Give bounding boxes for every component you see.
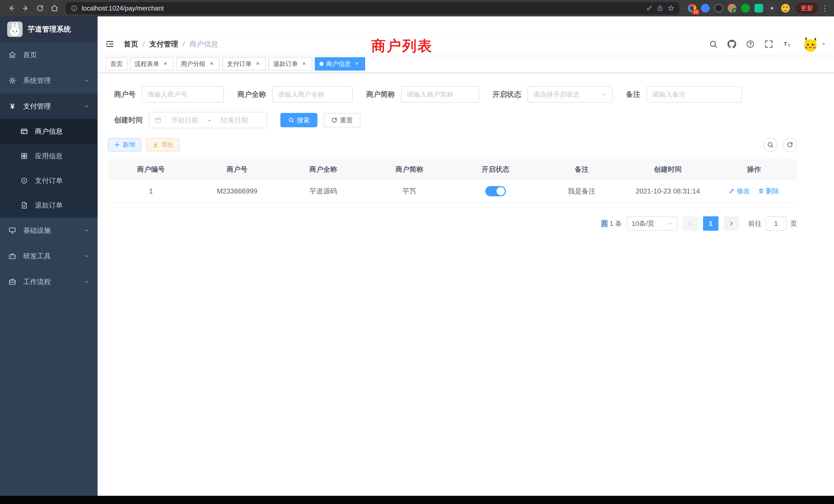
page-size-select[interactable]: 10条/页 <box>627 216 677 231</box>
sidebar-item-system[interactable]: 系统管理 <box>0 68 97 93</box>
github-icon[interactable] <box>727 39 737 49</box>
fullscreen-icon[interactable] <box>764 39 774 49</box>
status-toggle[interactable] <box>485 186 506 196</box>
extensions-icon[interactable]: 10 <box>688 4 696 13</box>
tab-merchant-info[interactable]: 商户信息 × <box>315 57 365 71</box>
font-size-icon[interactable]: TT <box>782 39 792 49</box>
tab-home[interactable]: 首页 <box>106 57 127 71</box>
extension-blue-icon[interactable] <box>701 4 710 13</box>
extension-dark-icon[interactable] <box>714 4 723 13</box>
logo-avatar <box>7 22 23 37</box>
tab-refund-orders[interactable]: 退款订单 × <box>269 57 312 71</box>
browser-update-button[interactable]: 更新 <box>795 2 818 14</box>
filter-label: 商户全称 <box>237 90 266 99</box>
svg-text:T: T <box>788 43 790 47</box>
extension-smiley-icon[interactable] <box>781 4 790 13</box>
full-name-field[interactable] <box>278 91 347 98</box>
payment-submenu: 商户信息 应用信息 支付订单 退款订单 <box>0 119 97 217</box>
address-bar[interactable]: localhost:1024/pay/merchant <box>66 2 679 14</box>
screen: localhost:1024/pay/merchant 10 ✦ 更新 ⋮ <box>0 0 834 504</box>
sidebar-item-app-info[interactable]: 应用信息 <box>0 144 97 168</box>
close-icon[interactable]: × <box>353 60 360 68</box>
merchant-no-input[interactable] <box>142 86 224 102</box>
browser-home-icon[interactable] <box>48 2 61 14</box>
remark-field[interactable] <box>652 91 737 98</box>
merchant-table: 商户编号 商户号 商户全称 商户简称 开启状态 备注 创建时间 操作 1 M23… <box>108 159 797 203</box>
extension-square-icon[interactable] <box>754 4 763 13</box>
tab-label: 商户信息 <box>326 60 351 68</box>
close-icon[interactable]: × <box>162 60 169 68</box>
sidebar-item-merchant-info[interactable]: 商户信息 <box>0 119 97 144</box>
chevron-down-icon <box>601 92 607 97</box>
delete-link[interactable]: 删除 <box>758 187 779 196</box>
breadcrumb-home[interactable]: 首页 <box>124 39 138 49</box>
reset-button[interactable]: 重置 <box>324 113 360 127</box>
next-page-button[interactable] <box>724 216 739 231</box>
breadcrumb-payment[interactable]: 支付管理 <box>150 39 178 49</box>
sidebar-item-payment[interactable]: ¥ 支付管理 <box>0 93 97 119</box>
edit-link-label: 修改 <box>737 187 750 196</box>
short-name-field[interactable] <box>407 91 474 98</box>
toolbox-icon <box>8 252 17 260</box>
page-1-button[interactable]: 1 <box>703 216 719 231</box>
browser-menu-icon[interactable]: ⋮ <box>821 4 829 13</box>
sidebar-item-home[interactable]: 首页 <box>0 42 97 68</box>
password-key-icon[interactable] <box>646 5 653 12</box>
filter-label: 商户号 <box>114 90 136 99</box>
goto-page-input[interactable] <box>766 216 786 231</box>
browser-refresh-icon[interactable] <box>34 2 46 14</box>
sidebar-item-label: 支付订单 <box>35 176 63 185</box>
prev-page-button[interactable] <box>682 216 698 231</box>
remark-input[interactable] <box>646 86 742 102</box>
help-icon[interactable] <box>745 39 755 49</box>
filter-create-time: 创建时间 - <box>114 112 267 128</box>
tab-pay-orders[interactable]: 支付订单 × <box>222 57 266 71</box>
browser-forward-icon[interactable] <box>20 2 32 14</box>
refresh-table-button[interactable] <box>783 138 797 152</box>
edit-link[interactable]: 修改 <box>729 187 750 196</box>
avatar[interactable] <box>803 37 818 52</box>
document-icon <box>20 201 28 209</box>
close-icon[interactable]: × <box>208 60 215 68</box>
close-icon[interactable]: × <box>254 60 261 68</box>
bookmark-star-icon[interactable] <box>667 5 674 12</box>
sidebar-item-workflow[interactable]: 工作流程 <box>0 269 97 295</box>
tab-process-form[interactable]: 流程表单 × <box>130 57 174 71</box>
page-label: 页 <box>790 219 797 228</box>
cell-status <box>453 180 539 203</box>
browser-back-icon[interactable] <box>5 2 18 14</box>
full-name-input[interactable] <box>272 86 353 102</box>
extension-profile-icon[interactable] <box>728 4 737 13</box>
sidebar-item-dev-tools[interactable]: 研发工具 <box>0 243 97 269</box>
tab-user-group[interactable]: 用户分组 × <box>176 57 220 71</box>
toggle-search-button[interactable] <box>763 138 777 152</box>
chevron-up-icon <box>84 104 89 109</box>
sidebar-item-pay-orders[interactable]: 支付订单 <box>0 168 97 193</box>
short-name-input[interactable] <box>401 86 479 102</box>
user-menu[interactable] <box>803 37 826 52</box>
export-button[interactable]: 导出 <box>146 138 180 152</box>
col-merchant-id: 商户编号 <box>108 159 194 180</box>
close-icon[interactable]: × <box>301 60 308 68</box>
share-icon[interactable] <box>657 5 663 12</box>
tags-view: 首页 流程表单 × 用户分组 × 支付订单 × 退款订单 × 商户信息 × <box>97 55 834 73</box>
col-remark: 备注 <box>539 159 625 180</box>
add-button[interactable]: 新增 <box>108 138 141 152</box>
logo[interactable]: 芋道管理系统 <box>0 17 97 42</box>
sidebar-item-refund-orders[interactable]: 退款订单 <box>0 193 97 217</box>
search-icon[interactable] <box>708 39 719 49</box>
start-date-field[interactable] <box>164 116 205 124</box>
end-date-field[interactable] <box>214 116 255 124</box>
sidebar-item-infrastructure[interactable]: 基础设施 <box>0 217 97 243</box>
merchant-no-field[interactable] <box>147 91 218 98</box>
extension-green-icon[interactable] <box>741 4 750 13</box>
extension-pinwheel-icon[interactable]: ✦ <box>768 4 776 13</box>
export-button-label: 导出 <box>161 141 174 149</box>
sidebar-toggle-icon[interactable] <box>105 39 115 49</box>
search-button[interactable]: 搜索 <box>280 113 317 127</box>
goto-group: 前往 页 <box>748 216 797 231</box>
site-info-icon[interactable] <box>71 5 78 12</box>
date-range-picker[interactable]: - <box>149 112 267 128</box>
url-text[interactable]: localhost:1024/pay/merchant <box>82 5 642 12</box>
status-select[interactable]: 请选择开启状态 <box>527 86 613 102</box>
